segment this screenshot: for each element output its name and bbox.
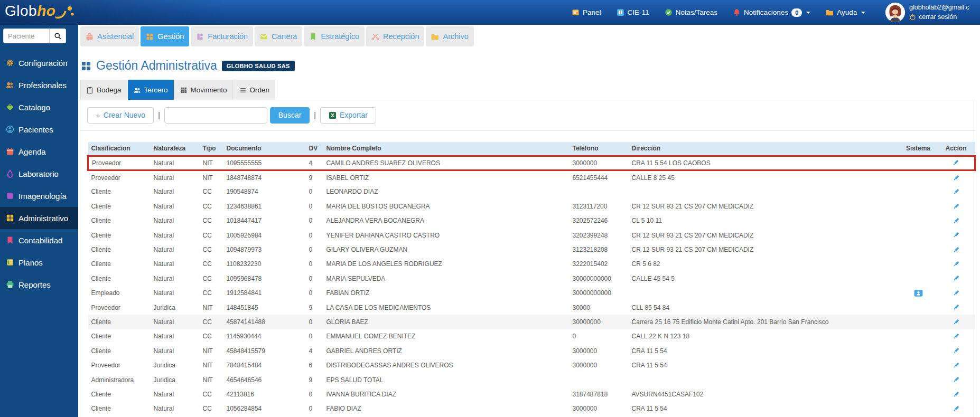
chevron-down-icon bbox=[806, 12, 810, 14]
cell-tipo: CC bbox=[200, 214, 223, 228]
subtab-tercero[interactable]: Tercero bbox=[128, 80, 174, 100]
id-badge-icon[interactable] bbox=[914, 289, 923, 298]
table-row: ClienteNaturalCC12346388610MARIA DEL BUS… bbox=[88, 199, 975, 213]
cell-tipo: NIT bbox=[200, 170, 223, 184]
avatar[interactable] bbox=[885, 3, 905, 22]
edit-pencil-icon[interactable] bbox=[952, 405, 960, 413]
edit-pencil-icon[interactable] bbox=[951, 159, 959, 167]
edit-pencil-icon[interactable] bbox=[952, 391, 960, 399]
cell-naturaleza: Natural bbox=[151, 329, 200, 344]
tab-facturaci-n[interactable]: Facturación bbox=[191, 26, 253, 46]
cell-sistema bbox=[900, 257, 937, 271]
create-new-button[interactable]: +Crear Nuevo bbox=[87, 107, 154, 124]
cell-tipo: NIT bbox=[200, 344, 223, 358]
edit-pencil-icon[interactable] bbox=[952, 203, 960, 211]
cell-clasificacion: Proveedor bbox=[88, 358, 151, 372]
cell-direccion: CRA 11 5 54 bbox=[629, 358, 900, 372]
bookmark-icon bbox=[6, 236, 14, 244]
sidebar-item-reportes[interactable]: Reportes bbox=[0, 273, 78, 296]
edit-pencil-icon[interactable] bbox=[952, 347, 960, 355]
subtab-orden[interactable]: Orden bbox=[234, 80, 276, 100]
cie11-icon bbox=[617, 8, 624, 16]
tab-cartera[interactable]: Cartera bbox=[255, 26, 302, 46]
cell-telefono: 30000000 bbox=[570, 315, 629, 329]
edit-pencil-icon[interactable] bbox=[952, 246, 960, 254]
sidebar-item-laboratorio[interactable]: Laboratorio bbox=[0, 163, 78, 185]
cell-tipo: NIT bbox=[200, 373, 223, 387]
edit-pencil-icon[interactable] bbox=[952, 376, 960, 384]
sidebar-item-profesionales[interactable]: Profesionales bbox=[0, 74, 78, 96]
image-icon bbox=[6, 192, 14, 200]
cell-sistema bbox=[900, 402, 937, 416]
cell-accion bbox=[937, 214, 975, 228]
sidebar-item-planos[interactable]: Planos bbox=[0, 251, 78, 273]
cell-direccion bbox=[629, 373, 900, 387]
cell-dv: 9 bbox=[306, 300, 323, 315]
edit-pencil-icon[interactable] bbox=[952, 304, 960, 311]
subtab-movimiento[interactable]: Movimiento bbox=[174, 80, 233, 100]
exportar-button[interactable]: Exportar bbox=[320, 107, 376, 124]
patient-search-input[interactable] bbox=[4, 29, 49, 43]
cell-tipo: CC bbox=[200, 271, 223, 286]
cell-documento: 1912584841 bbox=[223, 286, 306, 300]
edit-pencil-icon[interactable] bbox=[952, 260, 960, 268]
edit-pencil-icon[interactable] bbox=[952, 174, 960, 182]
edit-pencil-icon[interactable] bbox=[952, 318, 960, 326]
buscar-button[interactable]: Buscar bbox=[270, 107, 310, 124]
cell-naturaleza: Natural bbox=[151, 228, 200, 242]
user-email[interactable]: globholab2@gmail.c bbox=[909, 3, 969, 12]
sidebar-item-configuraci-n[interactable]: Configuración bbox=[0, 52, 78, 74]
toolbar-divider bbox=[80, 130, 976, 131]
globho-logo[interactable]: Globho bbox=[5, 3, 79, 23]
cell-nombre: MARIA DEL BUSTOS BOCANEGRA bbox=[323, 199, 570, 213]
nav-item-ayuda[interactable]: Ayuda bbox=[826, 8, 865, 16]
cell-accion bbox=[937, 358, 975, 372]
nav-item-notas-tareas[interactable]: Notas/Tareas bbox=[665, 8, 718, 16]
separator: | bbox=[158, 111, 160, 119]
cell-accion bbox=[937, 344, 975, 358]
logout-button[interactable]: cerrar sesión bbox=[909, 12, 969, 22]
column-header-sistema: Sistema bbox=[900, 142, 937, 156]
tab-estrat-gico[interactable]: Estratégico bbox=[304, 26, 365, 46]
cell-sistema bbox=[900, 300, 937, 315]
grid-icon bbox=[146, 33, 154, 41]
edit-pencil-icon[interactable] bbox=[952, 289, 960, 297]
droplet-icon bbox=[6, 169, 14, 178]
nav-item-cie-11[interactable]: CIE-11 bbox=[617, 8, 649, 16]
table-search-input[interactable] bbox=[164, 107, 267, 124]
sidebar-item-catalogo[interactable]: Catalogo bbox=[0, 96, 78, 118]
cell-accion bbox=[937, 242, 975, 257]
calendar-icon bbox=[6, 147, 14, 156]
cell-nombre: YENIFER DAHIANA CASTRO CASTRO bbox=[323, 228, 570, 242]
cell-accion bbox=[937, 257, 975, 271]
edit-pencil-icon[interactable] bbox=[952, 362, 960, 369]
cell-accion bbox=[937, 185, 975, 199]
tab-archivo[interactable]: Archivo bbox=[426, 26, 473, 46]
cell-naturaleza: Natural bbox=[151, 242, 200, 257]
toolbar: +Crear Nuevo | Buscar | Exportar bbox=[80, 100, 976, 124]
tab-gesti-n[interactable]: Gestión bbox=[141, 26, 189, 46]
sidebar-item-imagenolog-a[interactable]: Imagenología bbox=[0, 185, 78, 207]
sidebar-item-administrativo[interactable]: Administrativo bbox=[0, 207, 78, 229]
nav-item-notificaciones[interactable]: Notificaciones0 bbox=[733, 8, 810, 17]
cell-naturaleza: Juridica bbox=[151, 358, 200, 372]
edit-pencil-icon[interactable] bbox=[952, 333, 960, 340]
nav-item-panel[interactable]: Panel bbox=[572, 8, 601, 16]
sidebar-item-pacientes[interactable]: Pacientes bbox=[0, 118, 78, 140]
edit-pencil-icon[interactable] bbox=[952, 217, 960, 225]
cell-sistema bbox=[900, 344, 937, 358]
cell-clasificacion: Cliente bbox=[88, 199, 151, 213]
edit-pencil-icon[interactable] bbox=[952, 274, 960, 282]
edit-pencil-icon[interactable] bbox=[952, 231, 960, 239]
tab-recepci-n[interactable]: Recepción bbox=[366, 26, 425, 46]
table-row: ProveedorJuridicaNIT78484154846DISTRIBOD… bbox=[88, 358, 975, 372]
sidebar-item-contabilidad[interactable]: Contabilidad bbox=[0, 229, 78, 251]
logo-text-glob: Glob bbox=[5, 3, 37, 20]
tab-asistencial[interactable]: Asistencial bbox=[80, 26, 139, 46]
search-button[interactable] bbox=[49, 29, 66, 43]
subtab-bodega[interactable]: Bodega bbox=[80, 80, 127, 100]
cell-clasificacion: Cliente bbox=[88, 315, 151, 329]
sidebar-item-agenda[interactable]: Agenda bbox=[0, 140, 78, 163]
edit-pencil-icon[interactable] bbox=[952, 188, 960, 196]
cell-documento: 148451845 bbox=[223, 300, 306, 315]
